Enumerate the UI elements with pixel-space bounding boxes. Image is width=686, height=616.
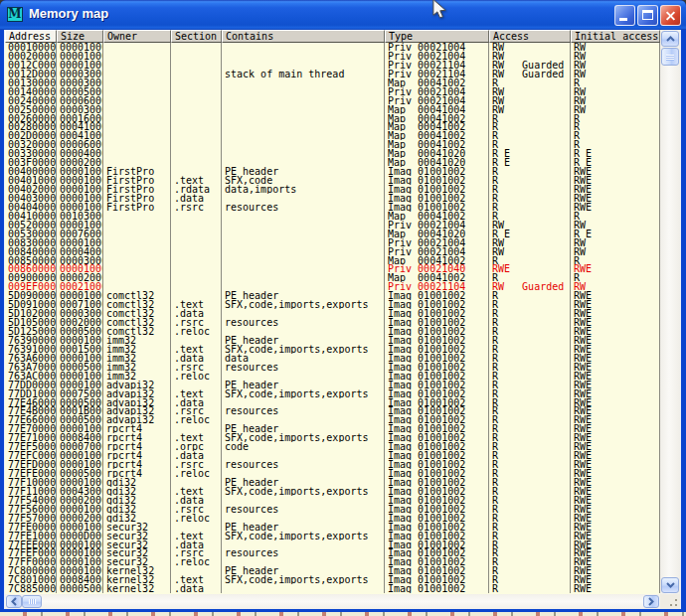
cell-owner: secur32: [103, 540, 171, 549]
table-row[interactable]: 0012C000 00001000 Priv 00021104 RW Guard…: [5, 61, 660, 70]
column-header-contains[interactable]: Contains: [222, 30, 385, 43]
resize-grip[interactable]: [660, 594, 680, 609]
table-row[interactable]: 00330000 00004000 Map 00041020 R E R E: [5, 149, 660, 158]
column-header-address[interactable]: Address: [5, 30, 57, 43]
table-row[interactable]: 00280000 00041000 Map 00041002 R R: [5, 122, 660, 131]
table-row[interactable]: 0012D000 00003000 stack of main thread P…: [5, 70, 660, 78]
table-row[interactable]: 00400000 00001000 FirstPro PE header Ima…: [5, 167, 660, 176]
cell-section: [171, 566, 222, 575]
table-row[interactable]: 77DD0000 00001000 advapi32 PE header Ima…: [5, 381, 660, 389]
table-row[interactable]: 00250000 00003000 Map 00041004 RW RW: [5, 105, 660, 114]
table-row[interactable]: 00530000 00076000 Map 00041020 R E R E: [5, 230, 660, 238]
cell-access: R: [489, 451, 571, 460]
table-row[interactable]: 76390000 00001000 imm32 PE header Imag 0…: [5, 336, 660, 345]
cell-access: R: [489, 256, 571, 265]
cell-section: [171, 70, 222, 78]
table-row[interactable]: 5D105000 00020000 comctl32 .rsrc resourc…: [5, 318, 660, 327]
table-row[interactable]: 5D102000 00003000 comctl32 .data Imag 01…: [5, 309, 660, 318]
table-row[interactable]: 77EFC000 00001000 rpcrt4 .data Imag 0100…: [5, 451, 660, 460]
horizontal-scroll-thumb[interactable]: [22, 595, 42, 608]
table-row[interactable]: 77E71000 00084000 rpcrt4 .text SFX,code,…: [5, 433, 660, 442]
table-row[interactable]: 00240000 00006000 Priv 00021004 RW RW: [5, 96, 660, 105]
cell-contains: [222, 309, 385, 318]
cell-size: 00071000: [57, 300, 103, 309]
table-row[interactable]: 77EFD000 00001000 rpcrt4 .rsrc resources…: [5, 460, 660, 469]
table-row[interactable]: 003F0000 00002000 Map 00041020 R E R E: [5, 158, 660, 167]
table-row[interactable]: 77F56000 00001000 gdi32 .rsrc resources …: [5, 505, 660, 514]
table-row[interactable]: 5D125000 00005000 comctl32 .reloc Imag 0…: [5, 327, 660, 336]
table-row[interactable]: 77F10000 00001000 gdi32 PE header Imag 0…: [5, 478, 660, 487]
cell-initial-access: RWE: [571, 478, 660, 487]
table-row[interactable]: 77EFE000 00005000 rpcrt4 .reloc Imag 010…: [5, 469, 660, 478]
ollydbg-window-icon[interactable]: M: [7, 7, 23, 22]
table-row[interactable]: 00520000 00001000 Priv 00021004 RW RW: [5, 221, 660, 230]
table-row[interactable]: 77F57000 00002000 gdi32 .reloc Imag 0100…: [5, 514, 660, 523]
table-row[interactable]: 77EF5000 00007000 rpcrt4 .orpc code Imag…: [5, 442, 660, 451]
table-row[interactable]: 00900000 00002000 Map 00041002 R R: [5, 273, 660, 282]
horizontal-scrollbar[interactable]: [5, 594, 660, 609]
table-row[interactable]: 5D090000 00001000 comctl32 PE header Ima…: [5, 291, 660, 300]
column-header-section[interactable]: Section: [171, 30, 222, 43]
table-row[interactable]: 77E4B000 0001B000 advapi32 .rsrc resourc…: [5, 406, 660, 415]
table-row[interactable]: 00320000 00006000 Map 00041002 R R: [5, 140, 660, 149]
scroll-left-button[interactable]: [6, 595, 22, 608]
table-row[interactable]: 7C801000 00084000 kernel32 .text SFX,cod…: [5, 575, 660, 584]
table-row[interactable]: 77FEE000 00001000 secur32 .data Imag 010…: [5, 540, 660, 549]
close-button[interactable]: [660, 5, 681, 26]
table-row[interactable]: 77F54000 00002000 gdi32 .data Imag 01001…: [5, 496, 660, 505]
table-row[interactable]: 002D0000 00041000 Map 00041002 R R: [5, 131, 660, 140]
column-header-size[interactable]: Size: [57, 30, 103, 43]
column-header-initial-access[interactable]: Initial access: [571, 30, 660, 43]
cell-section: .rsrc: [171, 505, 222, 514]
table-row[interactable]: 7C885000 00005000 kernel32 .data Imag 01…: [5, 584, 660, 593]
cell-address: 77FEE000: [5, 540, 57, 549]
table-row[interactable]: 00020000 00001000 Priv 00021004 RW RW: [5, 52, 660, 61]
table-row[interactable]: 009EF000 00021000 Priv 00021104 RW Guard…: [5, 282, 660, 291]
table-row[interactable]: 77E66000 00005000 advapi32 .reloc Imag 0…: [5, 415, 660, 424]
table-row[interactable]: 00010000 00001000 Priv 00021004 RW RW: [5, 43, 660, 52]
table-row[interactable]: 00402000 00001000 FirstPro .rdata data,i…: [5, 185, 660, 194]
scroll-up-button[interactable]: [661, 31, 679, 47]
table-row[interactable]: 763A6000 00001000 imm32 .data data Imag …: [5, 354, 660, 363]
table-row[interactable]: 00404000 00001000 FirstPro .rsrc resourc…: [5, 203, 660, 212]
table-row[interactable]: 77FF0000 00001000 secur32 .reloc Imag 01…: [5, 557, 660, 566]
table-row[interactable]: 77FEF000 00001000 secur32 .rsrc resource…: [5, 548, 660, 557]
table-row[interactable]: 00850000 00003000 Map 00041002 R R: [5, 256, 660, 265]
table-row[interactable]: 77E70000 00001000 rpcrt4 PE header Imag …: [5, 424, 660, 433]
scroll-down-button[interactable]: [661, 577, 679, 593]
minimize-button[interactable]: [614, 5, 635, 26]
cell-type: Priv 00021004: [385, 87, 489, 96]
table-row[interactable]: 00403000 00001000 FirstPro .data Imag 01…: [5, 194, 660, 203]
cell-type: Imag 01001002: [385, 363, 489, 372]
table-row[interactable]: 5D091000 00071000 comctl32 .text SFX,cod…: [5, 300, 660, 309]
column-header-access[interactable]: Access: [489, 30, 571, 43]
table-row[interactable]: 77F11000 00043000 gdi32 .text SFX,code,i…: [5, 487, 660, 496]
table-row[interactable]: 763AC000 00001000 imm32 .reloc Imag 0100…: [5, 372, 660, 381]
table-row[interactable]: 77E46000 00005000 advapi32 .data Imag 01…: [5, 398, 660, 407]
vertical-scrollbar[interactable]: [660, 30, 680, 594]
scroll-right-button[interactable]: [643, 595, 659, 608]
table-row[interactable]: 00860000 00001000 Priv 00021040 RWE RWE: [5, 264, 660, 273]
table-row[interactable]: 76391000 00015000 imm32 .text SFX,code,i…: [5, 345, 660, 354]
table-row[interactable]: 00830000 00001000 Priv 00021004 RW RW: [5, 238, 660, 247]
table-row[interactable]: 00401000 00001000 FirstPro .text SFX,cod…: [5, 176, 660, 185]
table-row[interactable]: 77FE1000 0000D000 secur32 .text SFX,code…: [5, 532, 660, 540]
cell-initial-access: RWE: [571, 487, 660, 496]
title-bar[interactable]: M Memory map: [0, 0, 686, 30]
column-header-owner[interactable]: Owner: [103, 30, 171, 43]
table-row[interactable]: 77DD1000 00075000 advapi32 .text SFX,cod…: [5, 389, 660, 398]
table-row[interactable]: 7C800000 00001000 kernel32 PE header Ima…: [5, 566, 660, 575]
table-row[interactable]: 00140000 00005000 Priv 00021004 RW RW: [5, 87, 660, 96]
maximize-button[interactable]: [637, 5, 658, 26]
column-header-type[interactable]: Type: [385, 30, 489, 43]
cell-size: 00016000: [57, 114, 103, 123]
cell-section: .rsrc: [171, 318, 222, 327]
table-row[interactable]: 00410000 00103000 Map 00041002 R R: [5, 212, 660, 221]
table-row[interactable]: 00840000 00004000 Priv 00021004 RW RW: [5, 247, 660, 256]
table-row[interactable]: 00130000 00003000 Map 00041002 R R: [5, 78, 660, 87]
table-row[interactable]: 77FE0000 00001000 secur32 PE header Imag…: [5, 523, 660, 532]
cell-owner: rpcrt4: [103, 469, 171, 478]
table-row[interactable]: 00260000 00016000 Map 00041002 R R: [5, 114, 660, 123]
vertical-scroll-thumb[interactable]: [661, 48, 679, 66]
table-row[interactable]: 763A7000 00005000 imm32 .rsrc resources …: [5, 363, 660, 372]
